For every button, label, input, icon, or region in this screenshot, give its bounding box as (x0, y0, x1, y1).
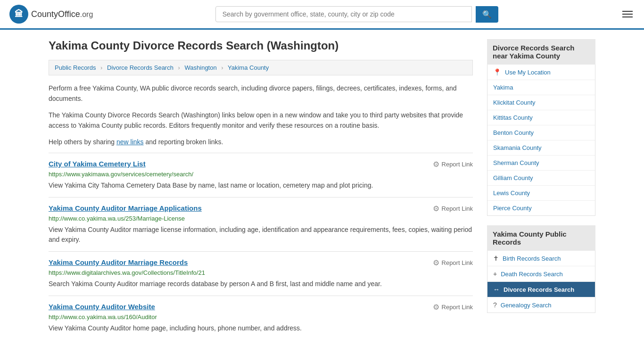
public-records-section: Yakima County Public Records ✝Birth Reco… (487, 225, 595, 313)
menu-line-1 (622, 11, 633, 12)
sidebar: Divorce Records Search near Yakima Count… (487, 39, 595, 340)
resource-title[interactable]: Yakima County Auditor Marriage Records (49, 258, 188, 266)
report-link-icon: ⚙ (433, 204, 439, 213)
public-records-list-item[interactable]: ↔Divorce Records Search (487, 282, 595, 297)
page-title: Yakima County Divorce Records Search (Wa… (49, 39, 473, 52)
resource-card: Yakima County Auditor Marriage Applicati… (49, 197, 473, 251)
resources-list: City of Yakima Cemetery List ⚙ Report Li… (49, 153, 473, 340)
public-records-item-link[interactable]: Birth Records Search (503, 255, 561, 262)
breadcrumb-public-records[interactable]: Public Records (55, 64, 96, 71)
main-content: Yakima County Divorce Records Search (Wa… (49, 39, 473, 340)
report-link-icon: ⚙ (433, 160, 439, 169)
public-records-list-item[interactable]: +Death Records Search (487, 266, 595, 282)
menu-line-3 (622, 16, 633, 17)
nearby-item-link[interactable]: Use My Location (505, 69, 551, 76)
public-records-list: ✝Birth Records Search+Death Records Sear… (487, 251, 595, 313)
resource-url: http://www.co.yakima.wa.us/253/Marriage-… (49, 215, 473, 222)
resource-title[interactable]: Yakima County Auditor Website (49, 303, 155, 311)
breadcrumb-divorce-records[interactable]: Divorce Records Search (107, 64, 173, 71)
nearby-list-item[interactable]: Pierce County (487, 201, 595, 215)
nearby-list-item[interactable]: Yakima (487, 80, 595, 95)
description-para2: The Yakima County Divorce Records Search… (49, 110, 473, 131)
new-links-link[interactable]: new links (116, 138, 144, 146)
resource-url: https://www.yakimawa.gov/services/cemete… (49, 171, 473, 178)
breadcrumb-yakima-county[interactable]: Yakima County (228, 64, 269, 71)
nearby-list-item[interactable]: Lewis County (487, 186, 595, 201)
nearby-item-link[interactable]: Yakima (493, 84, 513, 91)
nearby-section: Divorce Records Search near Yakima Count… (487, 39, 595, 216)
public-records-list-item[interactable]: ?Genealogy Search (487, 297, 595, 313)
report-link[interactable]: ⚙ Report Link (433, 303, 473, 312)
menu-button[interactable] (620, 9, 635, 19)
public-records-list-item[interactable]: ✝Birth Records Search (487, 251, 595, 266)
search-input[interactable] (215, 6, 472, 22)
nearby-list-item[interactable]: Gilliam County (487, 171, 595, 186)
nearby-list-item[interactable]: Kittitas County (487, 110, 595, 125)
resource-title[interactable]: City of Yakima Cemetery List (49, 160, 146, 168)
nearby-item-icon: 📍 (493, 68, 501, 76)
report-link[interactable]: ⚙ Report Link (433, 204, 473, 213)
public-records-item-icon: ? (493, 301, 497, 309)
nearby-item-link[interactable]: Lewis County (493, 189, 530, 197)
report-link-label: Report Link (442, 259, 473, 266)
nearby-item-link[interactable]: Benton County (493, 129, 534, 136)
logo-icon: 🏛 (9, 5, 28, 24)
nearby-item-link[interactable]: Gilliam County (493, 174, 533, 181)
resource-url: https://www.digitalarchives.wa.gov/Colle… (49, 269, 473, 276)
search-button[interactable]: 🔍 (476, 6, 498, 23)
resource-description: View Yakima County Auditor home page, in… (49, 323, 473, 333)
resource-url: http://www.co.yakima.wa.us/160/Auditor (49, 313, 473, 321)
description-para3: Help others by sharing new links and rep… (49, 137, 473, 147)
nearby-item-link[interactable]: Pierce County (493, 205, 532, 212)
nearby-list-item[interactable]: Klickitat County (487, 95, 595, 110)
breadcrumb: Public Records › Divorce Records Search … (49, 60, 473, 75)
report-link-label: Report Link (442, 205, 473, 212)
resource-header: Yakima County Auditor Marriage Applicati… (49, 204, 473, 213)
resource-description: View Yakima City Tahoma Cemetery Data Ba… (49, 181, 473, 190)
resource-header: Yakima County Auditor Website ⚙ Report L… (49, 303, 473, 312)
public-records-item-icon: ↔ (493, 286, 500, 293)
nearby-item-link[interactable]: Kittitas County (493, 114, 533, 121)
public-records-header: Yakima County Public Records (487, 225, 595, 251)
resource-description: View Yakima County Auditor marriage lice… (49, 225, 473, 245)
menu-line-2 (622, 14, 633, 15)
nearby-list-item[interactable]: Sherman County (487, 156, 595, 171)
resource-card: Yakima County Auditor Marriage Records ⚙… (49, 251, 473, 296)
logo-area: 🏛 CountyOffice.org (9, 5, 93, 24)
resource-card: City of Yakima Cemetery List ⚙ Report Li… (49, 153, 473, 197)
nearby-header: Divorce Records Search near Yakima Count… (487, 39, 595, 65)
nearby-item-link[interactable]: Skamania County (493, 144, 542, 151)
resource-description: Search Yakima County Auditor marriage re… (49, 279, 473, 289)
public-records-item-icon: + (493, 270, 497, 278)
description-para1: Perform a free Yakima County, WA public … (49, 83, 473, 104)
public-records-item-icon: ✝ (493, 255, 499, 262)
report-link[interactable]: ⚙ Report Link (433, 160, 473, 169)
nearby-list-item[interactable]: Benton County (487, 125, 595, 140)
resource-header: Yakima County Auditor Marriage Records ⚙… (49, 258, 473, 267)
breadcrumb-washington[interactable]: Washington (185, 64, 217, 71)
public-records-item-link[interactable]: Death Records Search (501, 271, 563, 278)
report-link-icon: ⚙ (433, 258, 439, 267)
resource-title[interactable]: Yakima County Auditor Marriage Applicati… (49, 204, 202, 212)
report-link[interactable]: ⚙ Report Link (433, 258, 473, 267)
public-records-item-link[interactable]: Genealogy Search (501, 302, 552, 309)
resource-header: City of Yakima Cemetery List ⚙ Report Li… (49, 160, 473, 169)
public-records-item-link[interactable]: Divorce Records Search (504, 286, 574, 293)
report-link-label: Report Link (442, 161, 473, 168)
nearby-list-item[interactable]: Skamania County (487, 140, 595, 156)
nearby-list-item[interactable]: 📍Use My Location (487, 65, 595, 80)
nearby-item-link[interactable]: Sherman County (493, 159, 539, 166)
logo-text: CountyOffice.org (31, 9, 93, 19)
nearby-list: 📍Use My LocationYakimaKlickitat CountyKi… (487, 65, 595, 216)
resource-card: Yakima County Auditor Website ⚙ Report L… (49, 296, 473, 340)
nearby-item-link[interactable]: Klickitat County (493, 99, 536, 106)
page-header: 🏛 CountyOffice.org 🔍 (0, 0, 644, 30)
search-area: 🔍 (215, 6, 498, 23)
report-link-icon: ⚙ (433, 303, 439, 312)
main-container: Yakima County Divorce Records Search (Wa… (39, 30, 605, 349)
report-link-label: Report Link (442, 304, 473, 311)
